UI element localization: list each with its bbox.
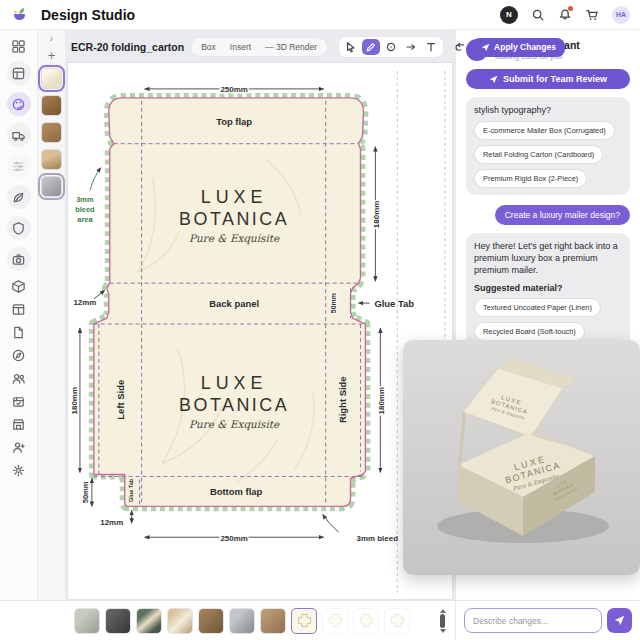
variant-thumb-dieline-4[interactable]: [384, 608, 410, 634]
variant-thumb-photo-7[interactable]: [260, 608, 286, 634]
bleed-note-line1: 3mm: [76, 195, 94, 204]
variant-thumbnail-strip: [0, 601, 455, 640]
collaborators-icon[interactable]: [7, 439, 31, 455]
quality-badge-icon[interactable]: [7, 216, 31, 240]
documents-icon[interactable]: [7, 324, 31, 340]
file-name: ECR-20 folding_carton: [71, 41, 184, 53]
variant-thumb-photo-1[interactable]: [74, 608, 100, 634]
design-tools-icon[interactable]: [7, 92, 31, 116]
bottom-bar: [0, 600, 640, 640]
send-message-button[interactable]: [607, 608, 632, 633]
scroll-down-icon[interactable]: [440, 629, 446, 633]
dim-glue-left: 50mm: [81, 481, 90, 503]
variant-thumb-dieline-3[interactable]: [353, 608, 379, 634]
left-icon-rail: [0, 30, 38, 600]
variant-thumb-photo-6[interactable]: [229, 608, 255, 634]
select-tool[interactable]: [342, 39, 360, 55]
dim-notch-bottom: 12mm: [100, 518, 123, 527]
tool-group: [338, 36, 444, 58]
variant-thumb-dieline-selected[interactable]: [291, 608, 317, 634]
suggestion-pill[interactable]: Textured Uncoated Paper (Linen): [474, 298, 601, 317]
brand-tagline-mid: Pure & Exquisite: [189, 418, 280, 431]
bleed-note-line3: area: [77, 215, 93, 224]
scroll-up-icon[interactable]: [440, 609, 446, 613]
notification-dot: [568, 6, 573, 11]
brand-line2-mid: BOTANICA: [179, 395, 289, 415]
app-title: Design Studio: [41, 7, 135, 23]
strip-scrollbar[interactable]: [438, 609, 447, 633]
bleed-note-bottom: 3mm bleed: [356, 534, 398, 543]
tab-insert[interactable]: Insert: [224, 40, 257, 54]
variant-thumb-photo-3[interactable]: [136, 608, 162, 634]
apply-changes-button[interactable]: Apply Changes: [472, 38, 565, 57]
search-icon[interactable]: [531, 8, 545, 22]
shape-tool[interactable]: [382, 39, 400, 55]
describe-changes-input[interactable]: [464, 608, 602, 633]
add-layer-button[interactable]: +: [48, 50, 56, 62]
render-preview-image: LUXE BOTANICA Pure & Exquisite LUXE BOTA…: [403, 340, 640, 575]
render-preview: LUXE BOTANICA Pure & Exquisite LUXE BOTA…: [403, 340, 640, 575]
brand-tagline-front: Pure & Exquisite: [189, 232, 280, 245]
layer-thumb-kraft-swatch[interactable]: [41, 122, 62, 143]
layer-thumb-flat-carton[interactable]: [41, 149, 62, 170]
send-icon: [489, 75, 498, 84]
specs-table-icon[interactable]: [7, 301, 31, 317]
settings-icon[interactable]: [7, 462, 31, 478]
message-question: Suggested material?: [474, 283, 622, 293]
brand-line1-mid: LUXE: [201, 373, 268, 393]
dash-icon: —: [265, 42, 274, 52]
collapse-panel-icon[interactable]: ›: [50, 34, 53, 44]
text-tool[interactable]: [422, 39, 440, 55]
workspace-avatar[interactable]: N: [500, 6, 518, 24]
photo-studio-icon[interactable]: [7, 247, 31, 271]
suggestion-pill[interactable]: Recycled Board (Soft-touch): [474, 322, 585, 341]
variant-thumb-photo-2[interactable]: [105, 608, 131, 634]
submit-review-button[interactable]: Submit for Team Review: [466, 69, 630, 89]
pen-tool[interactable]: [362, 39, 380, 55]
order-box-icon[interactable]: [7, 393, 31, 409]
dim-notch-top: 12mm: [73, 298, 96, 307]
dim-front-right: 180mm: [372, 201, 381, 228]
dim-mid-left: 180mm: [70, 387, 79, 414]
cart-icon[interactable]: [585, 8, 599, 22]
layers-icon[interactable]: [7, 154, 31, 178]
scroll-thumb[interactable]: [440, 614, 445, 628]
label-top-flap: Top flap: [216, 116, 252, 127]
variant-thumb-photo-4[interactable]: [167, 608, 193, 634]
layer-thumb-foil-swatch[interactable]: [41, 176, 62, 197]
suggestion-pill[interactable]: E-commerce Mailer Box (Corrugated): [474, 121, 615, 140]
variant-thumb-dieline-2[interactable]: [322, 608, 348, 634]
tab-3d-render[interactable]: — 3D Render: [259, 40, 323, 54]
notifications-button[interactable]: [558, 8, 572, 22]
layer-thumbnail-rail: › +: [38, 30, 66, 600]
top-bar: Design Studio N HA: [0, 0, 640, 30]
eco-materials-icon[interactable]: [7, 185, 31, 209]
message-text: Hey there! Let's get right back into a p…: [474, 240, 622, 276]
storefront-icon[interactable]: [7, 416, 31, 432]
label-back-panel: Back panel: [209, 298, 259, 309]
explore-icon[interactable]: [7, 347, 31, 363]
label-right-side: Right Side: [337, 376, 348, 423]
brand-line2-front: BOTANICA: [179, 209, 289, 229]
label-glue-tab-small: Glue Tab: [128, 478, 134, 502]
team-icon[interactable]: [7, 370, 31, 386]
suggestion-pill[interactable]: Retail Folding Carton (Cardboard): [474, 145, 603, 164]
dieline-drawing: 250mm 180mm 180mm 180mm 50mm 50mm 12mm 1…: [68, 63, 452, 599]
user-avatar[interactable]: HA: [612, 6, 630, 24]
variant-thumb-photo-5[interactable]: [198, 608, 224, 634]
layer-thumb-brown-box[interactable]: [41, 95, 62, 116]
shipping-icon[interactable]: [7, 123, 31, 147]
user-message: Create a luxury mailer design?: [495, 205, 630, 225]
artboard[interactable]: 250mm 180mm 180mm 180mm 50mm 50mm 12mm 1…: [67, 62, 453, 600]
layer-thumb-white-box[interactable]: [41, 68, 62, 89]
canvas-toolbar: ECR-20 folding_carton Box Insert — 3D Re…: [71, 35, 452, 59]
templates-icon[interactable]: [7, 61, 31, 85]
arrow-tool[interactable]: [402, 39, 420, 55]
dashboard-icon[interactable]: [7, 38, 31, 54]
undo-button[interactable]: [454, 39, 466, 55]
tab-box[interactable]: Box: [195, 40, 222, 54]
package-3d-icon[interactable]: [7, 278, 31, 294]
message-text: stylish typography?: [474, 104, 622, 116]
suggestion-pill[interactable]: Premium Rigid Box (2-Piece): [474, 169, 587, 188]
canvas-area: ECR-20 folding_carton Box Insert — 3D Re…: [66, 30, 455, 600]
